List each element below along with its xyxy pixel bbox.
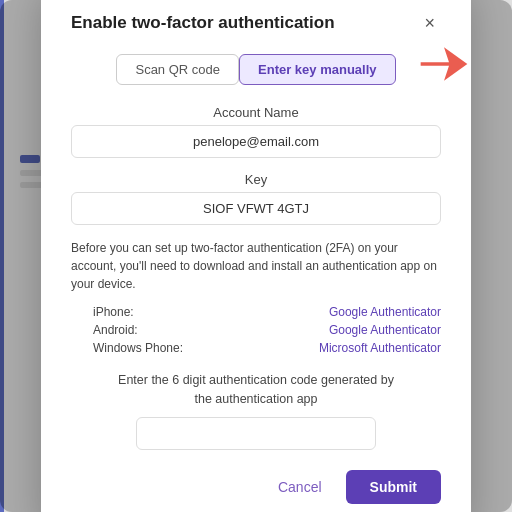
info-text: Before you can set up two-factor authent… <box>71 239 441 293</box>
svg-marker-0 <box>421 48 468 81</box>
key-label: Key <box>71 172 441 187</box>
key-input[interactable] <box>71 192 441 225</box>
platform-label: iPhone: <box>93 305 134 319</box>
app-list: iPhone: Google Authenticator Android: Go… <box>71 305 441 355</box>
list-item: Windows Phone: Microsoft Authenticator <box>93 341 441 355</box>
platform-label: Android: <box>93 323 138 337</box>
two-factor-dialog: Enable two-factor authentication × Scan … <box>41 0 471 512</box>
modal-title: Enable two-factor authentication <box>71 13 335 33</box>
app-link[interactable]: Microsoft Authenticator <box>319 341 441 355</box>
modal-footer: Cancel Submit <box>71 470 441 504</box>
arrow-annotation <box>419 44 469 84</box>
list-item: iPhone: Google Authenticator <box>93 305 441 319</box>
platform-label: Windows Phone: <box>93 341 183 355</box>
auth-code-input[interactable] <box>136 417 376 450</box>
code-label: Enter the 6 digit authentication code ge… <box>71 371 441 409</box>
submit-button[interactable]: Submit <box>346 470 441 504</box>
tab-group: Scan QR code Enter key manually <box>71 54 441 85</box>
account-name-input[interactable] <box>71 125 441 158</box>
tab-scan-qr[interactable]: Scan QR code <box>116 54 239 85</box>
cancel-button[interactable]: Cancel <box>264 471 336 503</box>
close-button[interactable]: × <box>418 12 441 34</box>
account-name-field: Account Name <box>71 105 441 158</box>
app-link[interactable]: Google Authenticator <box>329 305 441 319</box>
code-section: Enter the 6 digit authentication code ge… <box>71 371 441 450</box>
list-item: Android: Google Authenticator <box>93 323 441 337</box>
modal-header: Enable two-factor authentication × <box>71 12 441 34</box>
account-name-label: Account Name <box>71 105 441 120</box>
tab-enter-key[interactable]: Enter key manually <box>239 54 396 85</box>
app-link[interactable]: Google Authenticator <box>329 323 441 337</box>
key-field: Key <box>71 172 441 225</box>
